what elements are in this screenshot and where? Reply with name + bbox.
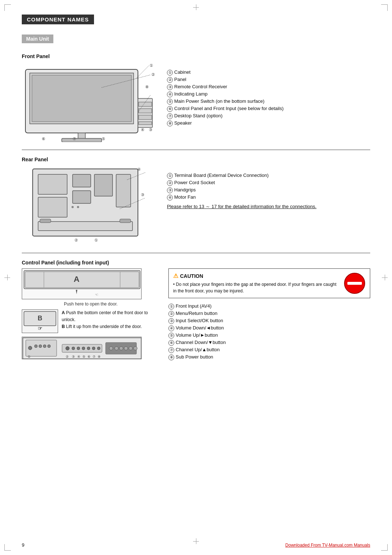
list-item: ④Indicating Lamp xyxy=(167,91,370,97)
list-item: ⑧Speaker xyxy=(167,120,370,126)
svg-point-68 xyxy=(124,347,128,350)
door-open-diagram: A ☜ xyxy=(22,268,142,299)
svg-point-32 xyxy=(77,206,79,208)
caution-text: • Do not place your fingers into the gap… xyxy=(173,281,340,294)
list-item: ②Power Cord Socket xyxy=(167,180,370,186)
corner-mark-br xyxy=(381,544,388,551)
svg-point-66 xyxy=(115,347,118,350)
svg-point-51 xyxy=(28,346,32,350)
svg-rect-24 xyxy=(73,174,91,187)
page-number: 9 xyxy=(22,542,24,548)
list-item: ①Front Input (AV4) xyxy=(168,303,370,309)
svg-text:①: ① xyxy=(28,355,30,358)
list-item: ①Terminal Board (External Device Connect… xyxy=(167,173,370,179)
svg-text:④: ④ xyxy=(77,355,80,358)
svg-rect-7 xyxy=(139,109,152,113)
front-panel-heading: Front Panel xyxy=(22,53,160,59)
svg-point-62 xyxy=(92,347,95,350)
svg-text:⑤: ⑤ xyxy=(82,355,85,358)
list-item: ③Remote Control Receiver xyxy=(167,84,370,90)
front-panel-section: Front Panel xyxy=(22,53,370,143)
footer: 9 Downloaded From TV-Manual.com Manuals xyxy=(22,542,370,548)
list-item: ③Handgrips xyxy=(167,187,370,193)
svg-point-31 xyxy=(72,206,74,208)
svg-text:☜: ☜ xyxy=(95,292,98,297)
divider-1 xyxy=(22,150,370,150)
step-b-diagram: B ☞ xyxy=(22,309,58,333)
svg-point-69 xyxy=(129,347,132,350)
svg-rect-40 xyxy=(25,272,139,288)
svg-text:③: ③ xyxy=(141,193,144,197)
list-item: ⑦Desktop Stand (option) xyxy=(167,113,370,119)
footer-link[interactable]: Downloaded From TV-Manual.com Manuals xyxy=(285,543,370,548)
svg-point-70 xyxy=(134,347,137,350)
svg-point-53 xyxy=(39,345,42,348)
control-panel-items: ①Front Input (AV4) ②Menu/Return button ③… xyxy=(168,303,370,360)
svg-text:②: ② xyxy=(74,238,78,242)
rear-panel-section: Rear Panel xyxy=(22,157,370,246)
svg-text:⑧: ⑧ xyxy=(98,355,101,358)
svg-text:④: ④ xyxy=(137,167,141,171)
svg-rect-8 xyxy=(139,115,152,119)
list-item: ⑤Volume Up/►button xyxy=(168,332,370,339)
control-panel-section: Control Panel (including front input) xyxy=(22,260,370,361)
svg-text:B: B xyxy=(38,315,42,322)
svg-text:⑥: ⑥ xyxy=(87,355,90,358)
caution-title: ⚠ CAUTION xyxy=(173,272,340,279)
rear-panel-heading: Rear Panel xyxy=(22,157,160,162)
svg-point-54 xyxy=(43,345,46,348)
reference-link[interactable]: Please refer to 13 ～ 17 for the detailed… xyxy=(167,203,370,210)
front-panel-diagram: Front Panel xyxy=(22,53,160,143)
no-entry-icon xyxy=(344,272,366,294)
svg-text:☞: ☞ xyxy=(38,326,42,331)
svg-rect-29 xyxy=(40,219,51,223)
cross-mark-top xyxy=(193,4,199,10)
svg-text:③: ③ xyxy=(72,355,75,358)
control-panel-left: A ☜ Push here to open the door. B xyxy=(22,268,160,361)
svg-rect-25 xyxy=(73,191,91,203)
svg-rect-22 xyxy=(38,174,67,194)
rear-panel-list: ①Terminal Board (External Device Connect… xyxy=(167,157,370,246)
list-item: ⑤Main Power Switch (on the bottom surfac… xyxy=(167,98,370,105)
rear-panel-diagram: Rear Panel xyxy=(22,157,160,246)
svg-text:⑦: ⑦ xyxy=(93,355,95,358)
caution-content: ⚠ CAUTION • Do not place your fingers in… xyxy=(173,272,340,294)
front-panel-items: ①Cabinet ②Panel ③Remote Control Receiver… xyxy=(167,69,370,126)
svg-point-65 xyxy=(109,347,113,350)
push-door-text: Push here to open the door. xyxy=(22,301,160,307)
corner-mark-bl xyxy=(4,544,11,551)
list-item: ②Panel xyxy=(167,77,370,83)
warning-icon: ⚠ xyxy=(173,272,178,279)
list-item: ⑥Channel Down/▼button xyxy=(168,340,370,346)
svg-text:①: ① xyxy=(94,238,98,242)
tv-front-svg: ① ② ⑧ ⑥ ⑦ ⑤ ④ ③ xyxy=(22,62,156,142)
buttons-diagram: ① ② ③ ④ ⑤ ⑥ ⑦ ⑧ xyxy=(22,337,142,359)
svg-text:⑤: ⑤ xyxy=(102,137,105,141)
svg-text:⑦: ⑦ xyxy=(73,137,76,141)
svg-point-63 xyxy=(97,347,100,350)
tv-rear-svg: ④ ③ ② ① xyxy=(22,165,156,245)
svg-text:①: ① xyxy=(150,63,153,68)
list-item: ①Cabinet xyxy=(167,69,370,76)
list-item: ⑧Sub Power button xyxy=(168,354,370,360)
svg-rect-30 xyxy=(120,219,131,223)
list-item: ④Volume Down/◄button xyxy=(168,325,370,331)
svg-point-55 xyxy=(48,345,50,348)
svg-rect-4 xyxy=(62,138,102,142)
svg-point-58 xyxy=(72,347,75,350)
list-item: ③Input Select/OK button xyxy=(168,318,370,324)
svg-text:⑥: ⑥ xyxy=(42,137,45,141)
control-panel-right: ⚠ CAUTION • Do not place your fingers in… xyxy=(168,268,370,361)
list-item: ④Motor Fan xyxy=(167,194,370,200)
cross-mark-right xyxy=(382,275,388,280)
divider-2 xyxy=(22,253,370,253)
corner-mark-tl xyxy=(4,4,11,11)
svg-text:③: ③ xyxy=(149,127,152,132)
svg-rect-80 xyxy=(347,282,362,285)
svg-point-60 xyxy=(82,347,85,350)
svg-point-59 xyxy=(77,347,80,350)
svg-text:④: ④ xyxy=(141,127,144,132)
svg-rect-23 xyxy=(38,197,67,217)
front-panel-list: ①Cabinet ②Panel ③Remote Control Receiver… xyxy=(167,53,370,143)
list-item: ⑥Control Panel and Front Input (see belo… xyxy=(167,106,370,112)
